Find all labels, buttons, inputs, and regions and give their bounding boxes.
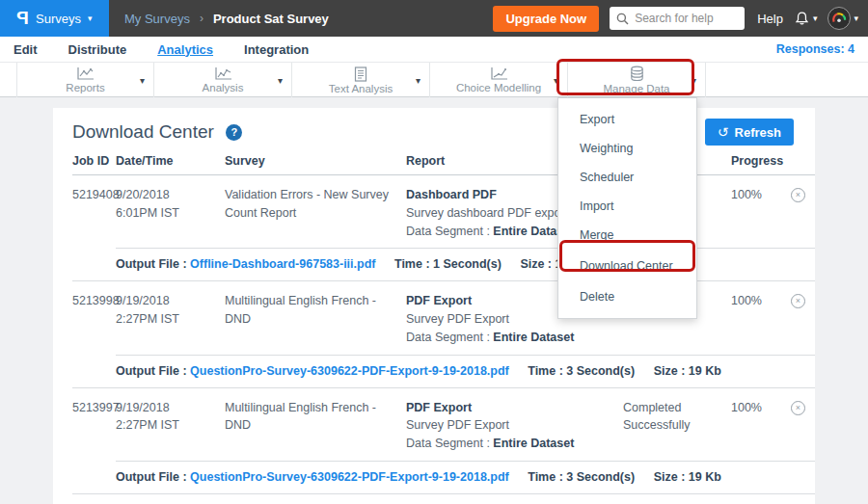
status-cell: Completed Successfully [623,399,731,453]
job-time: Time : 1 Second(s) [394,257,502,271]
toolbar-label: Text Analysis [329,83,393,94]
date-time-cell: 9/19/2018 2:27PM IST [116,399,225,453]
app-window: P Surveys ▾ My Surveys › Product Sat Sur… [0,0,868,504]
tab-analytics[interactable]: Analytics [157,42,213,57]
page-title: Download Center [72,121,214,142]
trend-chart-icon [490,66,508,81]
table-row: 5219408 9/20/2018 6:01PM IST Validation … [72,175,815,281]
data-segment-value: Entire Dataset [493,437,574,450]
menu-item-scheduler[interactable]: Scheduler [558,163,696,192]
output-file-row: Output File : Offline-Dashboard-967583-i… [116,248,815,280]
toolbar-text-analysis[interactable]: Text Analysis ▾ [292,63,430,97]
analytics-toolbar: Reports ▾ Analysis ▾ Text Analysis ▾ Cho… [0,63,868,97]
output-file-row: Output File : QuestionPro-Survey-6309622… [116,355,815,387]
search-icon [616,13,629,25]
progress-cell: 100% [731,399,791,453]
product-switcher[interactable]: P Surveys ▾ [0,0,109,37]
upgrade-now-button[interactable]: Upgrade Now [493,6,599,32]
output-file-link[interactable]: Offline-Dashboard-967583-iii.pdf [190,257,375,271]
chevron-down-icon[interactable]: ▾ [416,75,420,86]
toolbar-manage-data[interactable]: Manage Data ▾ [568,63,706,97]
menu-item-delete[interactable]: Delete [558,282,696,311]
job-id-cell: 5213998 [72,292,116,346]
chevron-down-icon: ▾ [854,14,858,23]
job-id-cell: 5219408 [72,186,116,240]
col-header-progress: Progress [731,154,791,168]
help-search-input[interactable]: Search for help [610,7,745,30]
progress-cell: 100% [731,292,791,346]
search-placeholder-text: Search for help [635,12,713,25]
panel-header: Download Center ? ↺ Refresh [53,108,815,152]
cancel-job-icon[interactable]: × [791,188,805,202]
table-row: 5213998 9/19/2018 2:27PM IST Multilingua… [72,281,815,387]
output-file-line: Output File : QuestionPro-Survey-6309622… [116,364,509,378]
refresh-label: Refresh [735,125,781,140]
tab-integration[interactable]: Integration [244,42,309,57]
product-menu-label: Surveys [36,12,81,26]
line-chart-icon [76,66,95,81]
job-size: Size : 19 Kb [654,364,721,378]
survey-cell: Multilingual English French - DND [225,399,406,453]
menu-item-merge[interactable]: Merge [558,221,696,250]
col-header-date-time: Date/Time [116,154,225,168]
chevron-down-icon[interactable]: ▾ [278,75,283,86]
survey-cell: Multilingual English French - DND [225,292,406,346]
account-menu-button[interactable]: ▾ [827,7,858,30]
chevron-down-icon: ▾ [813,14,818,23]
chevron-down-icon[interactable]: ▾ [692,75,696,86]
download-center-panel: Download Center ? ↺ Refresh Job ID Date/… [53,108,815,504]
database-icon [629,66,645,82]
manage-data-dropdown: Export Weighting Scheduler Import Merge … [557,97,697,319]
breadcrumb-separator-icon: › [200,12,203,25]
output-file-line: Output File : Offline-Dashboard-967583-i… [116,257,375,271]
avatar [827,7,851,30]
toolbar-label: Reports [66,82,104,93]
table-row: 5213997 9/19/2018 2:27PM IST Multilingua… [72,388,815,494]
menu-item-weighting[interactable]: Weighting [558,134,696,163]
refresh-button[interactable]: ↺ Refresh [705,119,794,146]
document-icon [354,66,367,82]
notifications-button[interactable]: ▾ [794,11,818,27]
help-link[interactable]: Help [757,12,783,26]
help-tooltip-icon[interactable]: ? [226,124,242,141]
output-file-link[interactable]: QuestionPro-Survey-6309622-PDF-Export-9-… [190,470,509,484]
actions-cell: × [791,399,815,453]
bell-icon [794,11,810,27]
survey-nav-bar: Edit Distribute Analytics Integration Re… [0,37,868,63]
breadcrumb: My Surveys › Product Sat Survey [124,12,329,26]
breadcrumb-my-surveys[interactable]: My Surveys [124,12,190,26]
cancel-job-icon[interactable]: × [791,401,805,415]
col-header-survey: Survey [225,154,406,168]
job-size: Size : 19 Kb [654,470,721,484]
cancel-job-icon[interactable]: × [791,294,805,308]
top-bar: P Surveys ▾ My Surveys › Product Sat Sur… [0,0,868,37]
menu-item-export[interactable]: Export [558,105,696,134]
scatter-chart-icon [214,66,232,81]
progress-cell: 100% [731,186,791,240]
actions-cell: × [791,292,815,346]
chevron-down-icon[interactable]: ▾ [140,75,145,86]
toolbar-reports[interactable]: Reports ▾ [16,63,154,97]
report-cell: PDF Export Survey PDF Export Data Segmen… [406,399,623,453]
output-file-link[interactable]: QuestionPro-Survey-6309622-PDF-Export-9-… [190,364,509,378]
toolbar-analysis[interactable]: Analysis ▾ [154,63,292,97]
menu-item-import[interactable]: Import [558,192,696,221]
questionpro-logo-icon: P [16,8,29,29]
toolbar-label: Manage Data [603,83,669,94]
breadcrumb-current-survey: Product Sat Survey [213,12,329,26]
table-body: 5219408 9/20/2018 6:01PM IST Validation … [72,175,815,504]
jobs-table: Job ID Date/Time Survey Report Progress … [72,154,815,504]
tab-distribute[interactable]: Distribute [68,42,127,57]
actions-cell: × [791,186,815,240]
menu-item-download-center[interactable]: Download Center [558,250,696,282]
output-file-line: Output File : QuestionPro-Survey-6309622… [116,470,509,484]
data-segment-line: Data Segment : Entire Dataset [406,329,611,347]
chevron-down-icon[interactable]: ▾ [554,75,558,86]
output-file-row: Output File : QuestionPro-Survey-6309622… [116,461,815,493]
responses-count[interactable]: Responses: 4 [776,42,854,56]
chevron-down-icon: ▾ [88,14,93,23]
col-header-actions [791,154,815,168]
tab-edit[interactable]: Edit [14,42,38,57]
report-description: Survey PDF Export [406,416,611,435]
toolbar-choice-modelling[interactable]: Choice Modelling ▾ [430,63,568,97]
